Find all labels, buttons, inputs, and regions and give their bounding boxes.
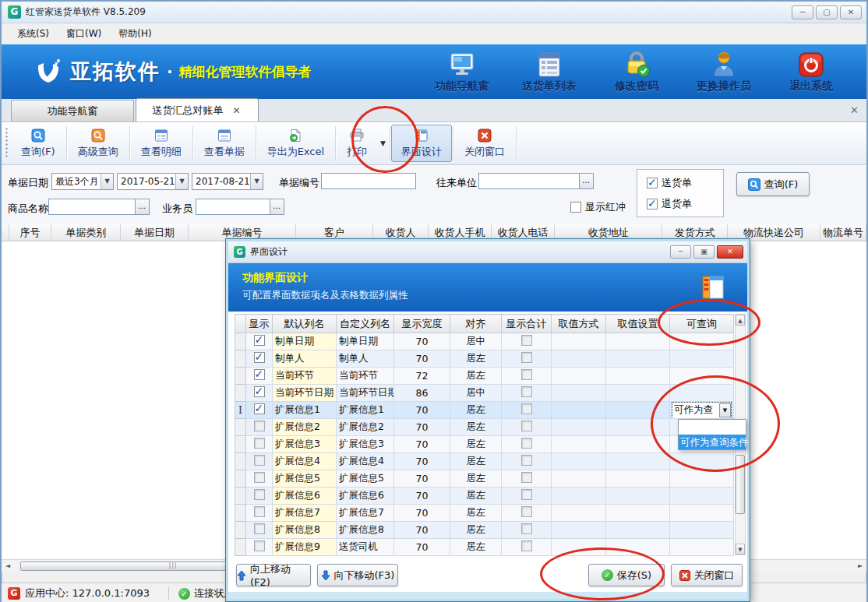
- custom-name-cell[interactable]: 扩展信息6: [337, 488, 394, 505]
- show-red-checkbox[interactable]: [570, 202, 581, 213]
- sum-cell[interactable]: [502, 470, 552, 488]
- move-up-button[interactable]: 向上移动(F2): [236, 564, 311, 586]
- value-method-cell[interactable]: [552, 505, 606, 522]
- move-down-button[interactable]: 向下移动(F3): [317, 564, 398, 586]
- show-cell[interactable]: [246, 402, 273, 419]
- toolbar-button-8[interactable]: 关闭窗口: [454, 125, 515, 162]
- value-method-cell[interactable]: [552, 539, 606, 556]
- show-checkbox[interactable]: [254, 455, 265, 466]
- sum-cell[interactable]: [502, 368, 552, 385]
- align-cell[interactable]: 居左: [450, 436, 502, 453]
- grid-column-0[interactable]: 序号: [9, 224, 51, 241]
- config-row-13[interactable]: 扩展信息9送货司机70居左: [235, 539, 734, 556]
- scroll-up-icon[interactable]: ▲: [736, 315, 745, 326]
- value-setting-cell[interactable]: [606, 539, 670, 556]
- sum-checkbox[interactable]: [521, 335, 532, 346]
- queryable-cell[interactable]: [670, 505, 734, 522]
- show-cell[interactable]: [246, 436, 273, 453]
- config-column-7[interactable]: 取值设置: [606, 315, 670, 333]
- grid-column-2[interactable]: 单据日期: [121, 224, 189, 241]
- row-selector-cell[interactable]: [235, 333, 246, 350]
- sum-checkbox[interactable]: [521, 489, 532, 500]
- align-cell[interactable]: 居左: [450, 453, 502, 470]
- menu-item-2[interactable]: 帮助(H): [111, 25, 159, 43]
- width-cell[interactable]: 70: [394, 333, 450, 350]
- value-setting-cell[interactable]: [606, 333, 670, 350]
- show-cell[interactable]: [246, 488, 273, 505]
- show-cell[interactable]: [246, 333, 273, 350]
- row-selector-cell[interactable]: [235, 368, 246, 385]
- sum-checkbox[interactable]: [521, 369, 532, 380]
- custom-name-cell[interactable]: 当前环节: [337, 368, 394, 385]
- config-row-3[interactable]: 当前环节当前环节72居左: [235, 368, 734, 385]
- width-cell[interactable]: 70: [394, 402, 450, 419]
- toolbar-button-7[interactable]: 界面设计: [391, 125, 452, 162]
- custom-name-cell[interactable]: 扩展信息4: [337, 453, 394, 470]
- sum-cell[interactable]: [502, 522, 552, 539]
- queryable-cell[interactable]: [670, 453, 734, 470]
- scroll-right-icon[interactable]: ►: [854, 560, 866, 572]
- save-button[interactable]: ✓ 保存(S): [588, 564, 665, 586]
- sum-checkbox[interactable]: [521, 540, 532, 551]
- queryable-cell[interactable]: [670, 350, 734, 368]
- toolbar-button-5[interactable]: 导出为Excel: [257, 125, 334, 162]
- partner-picker-button[interactable]: …: [579, 173, 594, 189]
- show-cell[interactable]: [246, 470, 273, 488]
- partner-input[interactable]: [478, 173, 580, 189]
- show-red-check[interactable]: 显示红冲: [570, 200, 626, 214]
- banner-action-delivery-list[interactable]: 送货单列表: [516, 50, 583, 93]
- toolbar-button-2[interactable]: 高级查询: [68, 125, 129, 162]
- show-cell[interactable]: [246, 522, 273, 539]
- show-checkbox[interactable]: [254, 335, 265, 346]
- grid-column-5[interactable]: 收货人: [373, 224, 429, 241]
- align-cell[interactable]: 居左: [450, 505, 502, 522]
- queryable-cell[interactable]: [670, 522, 734, 539]
- config-row-4[interactable]: 当前环节日期当前环节日期86居中: [235, 385, 734, 402]
- toolbar-button-1[interactable]: 查询(F): [11, 125, 65, 162]
- grid-column-6[interactable]: 收货人手机: [429, 224, 492, 241]
- show-cell[interactable]: [246, 350, 273, 368]
- dialog-close-button[interactable]: ✕: [717, 245, 743, 259]
- custom-name-cell[interactable]: 扩展信息5: [337, 470, 394, 488]
- grid-column-11[interactable]: 物流单号: [820, 224, 866, 241]
- config-row-9[interactable]: 扩展信息5扩展信息570居左: [235, 470, 734, 488]
- sum-cell[interactable]: [502, 333, 552, 350]
- width-cell[interactable]: 70: [394, 436, 450, 453]
- align-cell[interactable]: 居中: [450, 385, 502, 402]
- dropdown-option-0[interactable]: [679, 420, 746, 435]
- width-cell[interactable]: 70: [394, 350, 450, 368]
- sum-cell[interactable]: [502, 419, 552, 436]
- value-setting-cell[interactable]: [606, 522, 670, 539]
- bill-no-input[interactable]: [321, 173, 416, 189]
- config-row-2[interactable]: 制单人制单人70居左: [235, 350, 734, 368]
- maximize-button[interactable]: ▢: [816, 5, 838, 19]
- query-button[interactable]: 查询(F): [736, 172, 810, 196]
- grid-column-1[interactable]: 单据类别: [51, 224, 121, 241]
- align-cell[interactable]: 居中: [450, 333, 502, 350]
- date-to-select[interactable]: 2017-08-21 ▼: [192, 173, 263, 190]
- value-method-cell[interactable]: [552, 436, 606, 453]
- dropdown-option-1[interactable]: 可作为查询条件: [679, 435, 746, 449]
- banner-action-operator[interactable]: 更换操作员: [690, 50, 757, 93]
- chevron-down-icon[interactable]: ▼: [719, 403, 731, 417]
- bill-type-checkbox[interactable]: [647, 178, 658, 188]
- custom-name-cell[interactable]: 扩展信息1: [337, 402, 394, 419]
- config-row-12[interactable]: 扩展信息8扩展信息870居左: [235, 522, 734, 539]
- row-selector-cell[interactable]: [235, 522, 246, 539]
- config-row-11[interactable]: 扩展信息7扩展信息770居左: [235, 505, 734, 522]
- value-method-cell[interactable]: [552, 453, 606, 470]
- value-method-cell[interactable]: [552, 419, 606, 436]
- value-setting-cell[interactable]: [606, 453, 670, 470]
- row-selector-cell[interactable]: [235, 419, 246, 436]
- close-button[interactable]: ✕: [840, 5, 862, 19]
- width-cell[interactable]: 70: [394, 470, 450, 488]
- sum-cell[interactable]: [502, 385, 552, 402]
- date-from-select[interactable]: 2017-05-21 ▼: [117, 173, 189, 190]
- align-cell[interactable]: 居左: [450, 368, 502, 385]
- dialog-close-window-button[interactable]: 关闭窗口: [671, 564, 743, 586]
- width-cell[interactable]: 70: [394, 539, 450, 556]
- align-cell[interactable]: 居左: [450, 522, 502, 539]
- salesman-input[interactable]: [196, 199, 270, 215]
- custom-name-cell[interactable]: 当前环节日期: [337, 385, 394, 402]
- custom-name-cell[interactable]: 扩展信息8: [337, 522, 394, 539]
